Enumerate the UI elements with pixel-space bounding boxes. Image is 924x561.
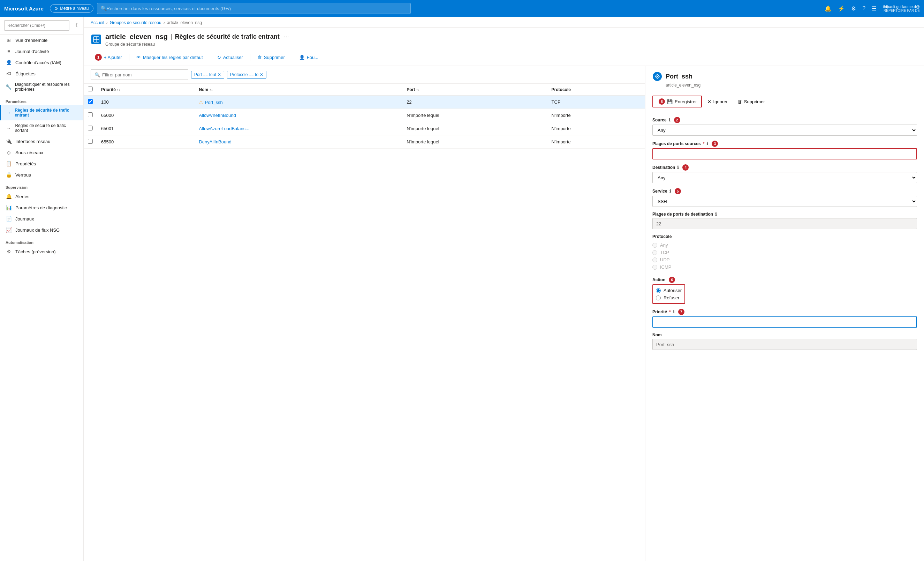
sidebar-item-properties[interactable]: 📋 Propriétés (0, 158, 83, 169)
refresh-button[interactable]: ↻ Actualiser (213, 53, 247, 62)
destination-info-icon[interactable]: ℹ (677, 165, 679, 170)
protocol-udp-option[interactable]: UDP (652, 257, 917, 262)
action-deny-radio[interactable] (656, 295, 661, 300)
more-options-button[interactable]: ··· (282, 32, 291, 42)
add-rule-button[interactable]: 1 + Ajouter (91, 52, 126, 63)
settings-icon[interactable]: ⚙ (851, 5, 856, 12)
sidebar-item-outbound[interactable]: → Règles de sécurité de trafic sortant (0, 120, 83, 136)
save-button[interactable]: 8 💾 Enregistrer (652, 96, 702, 107)
priority-input[interactable]: 101 (652, 316, 917, 328)
sidebar-item-alerts[interactable]: 🔔 Alertes (0, 191, 83, 202)
port-sort-icon[interactable]: ↑↓ (416, 88, 420, 92)
sidebar-search-input[interactable] (4, 20, 69, 31)
protocol-icmp-option[interactable]: ICMP (652, 265, 917, 270)
breadcrumb-nsg[interactable]: Groupes de sécurité réseau (110, 20, 162, 25)
rule-name-link-3[interactable]: DenyAllInBound (199, 139, 231, 144)
action-deny-option[interactable]: Refuser (656, 295, 682, 300)
protocol-tcp-option[interactable]: TCP (652, 250, 917, 255)
panel-delete-button[interactable]: 🗑 Supprimer (733, 97, 769, 107)
protocol-any-option[interactable]: Any (652, 242, 917, 248)
sidebar-item-subnets[interactable]: ◇ Sous-réseaux (0, 147, 83, 158)
cell-priority-0: 100 (97, 96, 195, 109)
cell-name-0[interactable]: ⚠Port_ssh (195, 96, 402, 109)
sidebar-item-flow-logs[interactable]: 📈 Journaux de flux NSG (0, 224, 83, 236)
sidebar-item-logs[interactable]: 📄 Journaux (0, 213, 83, 224)
upgrade-button[interactable]: ⊙ Mettre à niveau (50, 4, 93, 12)
protocol-tcp-radio[interactable] (652, 250, 657, 255)
sidebar-collapse-button[interactable]: 《 (72, 21, 79, 30)
filter-search-box[interactable]: 🔍 (91, 69, 188, 80)
main-layout: 《 ⊞ Vue d'ensemble ≡ Journal d'activité … (0, 17, 924, 561)
content-body: 🔍 Port == tout ✕ Protocole == to ✕ (84, 66, 924, 561)
priority-info-icon[interactable]: ℹ (673, 310, 675, 314)
source-ports-info-icon[interactable]: ℹ (706, 141, 708, 146)
sidebar-item-diagnose[interactable]: 🔧 Diagnostiquer et résoudre les problème… (0, 79, 83, 95)
table-section: 🔍 Port == tout ✕ Protocole == to ✕ (84, 66, 645, 561)
global-search-box[interactable]: 🔍 (97, 3, 411, 14)
service-select[interactable]: CustomSSHHTTPHTTPSRDPMS SQLMySQLPostgreS… (652, 196, 917, 207)
source-info-icon[interactable]: ℹ (669, 117, 670, 122)
notifications-icon[interactable]: 🔔 (825, 5, 832, 12)
filter-search-input[interactable] (102, 72, 184, 77)
row-checkbox-0[interactable] (88, 99, 93, 104)
cell-name-2[interactable]: AllowAzureLoadBalanc... (195, 122, 402, 135)
outbound-icon: → (6, 125, 12, 131)
name-sort-icon[interactable]: ↑↓ (210, 88, 213, 92)
global-search-input[interactable] (107, 6, 407, 11)
cell-name-1[interactable]: AllowVnetInBound (195, 109, 402, 122)
hide-defaults-button[interactable]: 👁 Masquer les règles par défaut (132, 53, 207, 62)
inbound-icon: → (6, 110, 11, 116)
cell-port-3: N'importe lequel (402, 135, 547, 149)
sidebar-item-tags[interactable]: 🏷 Étiquettes (0, 68, 83, 79)
cell-name-3[interactable]: DenyAllInBound (195, 135, 402, 149)
service-info-icon[interactable]: ℹ (669, 189, 671, 194)
top-bar: Microsoft Azure ⊙ Mettre à niveau 🔍 🔔 ⚡ … (0, 0, 924, 17)
source-ports-input[interactable]: * (652, 148, 917, 159)
dest-ports-info-icon[interactable]: ℹ (715, 212, 717, 217)
col-protocol: Protocole (548, 84, 645, 96)
discard-button[interactable]: ✕ Ignorer (703, 97, 732, 107)
protocol-udp-radio[interactable] (652, 257, 657, 262)
select-all-checkbox[interactable] (88, 87, 93, 92)
cloud-shell-icon[interactable]: ⚡ (838, 5, 845, 12)
rule-name-link-0[interactable]: Port_ssh (205, 100, 222, 105)
row-checkbox-3[interactable] (88, 139, 93, 144)
filter-tag-port[interactable]: Port == tout ✕ (191, 71, 224, 78)
protocol-icmp-radio[interactable] (652, 265, 657, 270)
sidebar-item-overview[interactable]: ⊞ Vue d'ensemble (0, 35, 83, 46)
priority-sort-icon[interactable]: ↑↓ (117, 88, 120, 92)
sidebar-item-iam[interactable]: 👤 Contrôle d'accès (IAM) (0, 57, 83, 68)
destination-select[interactable]: AnyIP AddressesService TagApplication se… (652, 172, 917, 183)
protocol-any-radio[interactable] (652, 243, 657, 248)
action-allow-option[interactable]: Autoriser (656, 288, 682, 293)
sidebar-item-locks[interactable]: 🔒 Verrous (0, 169, 83, 180)
action-allow-radio[interactable] (656, 288, 661, 293)
sidebar-item-activity[interactable]: ≡ Journal d'activité (0, 46, 83, 57)
feedback-icon: 👤 (299, 55, 305, 60)
filter-tag-close-icon[interactable]: ✕ (218, 72, 221, 77)
breadcrumb-home[interactable]: Accueil (91, 20, 104, 25)
feedback-button[interactable]: 👤 Fou... (295, 53, 322, 62)
sidebar-item-interfaces[interactable]: 🔌 Interfaces réseau (0, 136, 83, 147)
filter-tag-protocol[interactable]: Protocole == to ✕ (227, 71, 266, 78)
user-account[interactable]: thibault.guillaume.d@ RÉPERTOIRE PAR DÉ (883, 5, 920, 12)
sidebar-item-inbound[interactable]: → Règles de sécurité de trafic entrant (0, 105, 83, 120)
content-wrapper: Accueil › Groupes de sécurité réseau › a… (84, 17, 924, 561)
portal-menu-icon[interactable]: ☰ (872, 5, 877, 12)
svg-point-5 (657, 76, 658, 77)
sidebar-item-diag-settings[interactable]: 📊 Paramètres de diagnostic (0, 202, 83, 213)
rule-name-link-1[interactable]: AllowVnetInBound (199, 113, 236, 118)
filter-tag-close-icon-2[interactable]: ✕ (260, 72, 263, 77)
panel-content: Source ℹ 2 AnyIP AddressesService TagApp… (645, 111, 924, 355)
row-checkbox-2[interactable] (88, 126, 93, 131)
help-icon[interactable]: ? (862, 5, 866, 12)
diagnose-icon: 🔧 (6, 84, 12, 90)
sidebar-item-tasks[interactable]: ⚙ Tâches (préversion) (0, 246, 83, 257)
delete-button[interactable]: 🗑 Supprimer (253, 53, 289, 62)
locks-icon: 🔒 (6, 172, 12, 177)
row-checkbox-1[interactable] (88, 112, 93, 117)
name-field: Nom Port_ssh (652, 332, 917, 350)
rule-name-link-2[interactable]: AllowAzureLoadBalanc... (199, 126, 249, 131)
source-select[interactable]: AnyIP AddressesService TagApplication se… (652, 125, 917, 136)
action-radio-group: Autoriser Refuser (652, 284, 685, 304)
